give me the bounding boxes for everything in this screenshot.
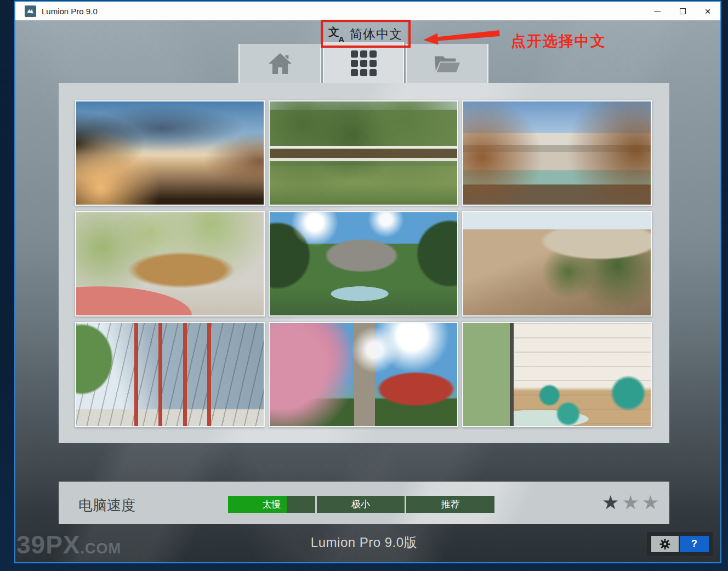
scene-thumbnail-urban-model-arched-pavilion[interactable] — [75, 211, 265, 316]
desktop-background: Lumion Pro 9.0 × 文 A 简体中文 点开选择中文 — [0, 0, 728, 571]
annotation-text: 点开选择中文 — [511, 31, 606, 51]
scene-thumbnail-beach-sunset-villa[interactable] — [75, 100, 265, 206]
watermark: 39PX .COM — [16, 530, 121, 559]
help-button[interactable]: ? — [680, 536, 709, 552]
scene-thumbnail-glass-facade-red-pillars[interactable] — [75, 322, 265, 427]
window-title: Lumion Pro 9.0 — [42, 7, 98, 16]
example-scenes-gallery — [75, 100, 652, 427]
annotation-highlight-box — [321, 20, 411, 48]
minimize-icon — [654, 11, 661, 12]
tab-example-scenes[interactable] — [323, 42, 404, 84]
folder-open-icon — [434, 53, 461, 75]
lumion-logo-icon — [25, 5, 36, 17]
speed-rating-stars — [602, 492, 659, 513]
tab-load-scene[interactable] — [406, 44, 488, 83]
maximize-button[interactable] — [670, 2, 695, 20]
speed-button-too-slow[interactable]: 太慢 — [228, 496, 315, 513]
question-mark-icon: ? — [691, 538, 697, 550]
scene-thumbnail-white-interior-teal-chairs[interactable] — [462, 322, 652, 427]
title-bar: Lumion Pro 9.0 × — [15, 2, 720, 20]
gear-icon — [659, 538, 671, 550]
scene-thumbnail-forest-house-with-pool[interactable] — [269, 211, 458, 316]
star-icon — [622, 492, 639, 513]
speed-button-recommended[interactable]: 推荐 — [406, 496, 494, 513]
star-icon — [602, 492, 619, 513]
scene-thumbnail-cliffside-terraced-house[interactable] — [462, 211, 652, 316]
grid-icon — [351, 50, 377, 76]
scene-thumbnail-chinese-garden-tower-pavilion[interactable] — [269, 322, 458, 427]
star-icon — [642, 492, 659, 513]
utility-button-group: ? — [647, 532, 713, 556]
scene-thumbnail-modern-villa-with-pool[interactable] — [462, 100, 652, 206]
settings-button[interactable] — [651, 536, 679, 552]
scene-thumbnail-glass-pavilion-forest[interactable] — [269, 100, 458, 206]
home-icon — [268, 52, 293, 75]
close-icon: × — [704, 6, 710, 16]
minimize-button[interactable] — [645, 2, 670, 20]
speed-button-minimal[interactable]: 极小 — [317, 496, 405, 513]
maximize-icon — [680, 8, 686, 14]
tab-home[interactable] — [238, 44, 321, 83]
close-button[interactable]: × — [695, 2, 720, 20]
computer-speed-label: 电脑速度 — [78, 496, 135, 515]
